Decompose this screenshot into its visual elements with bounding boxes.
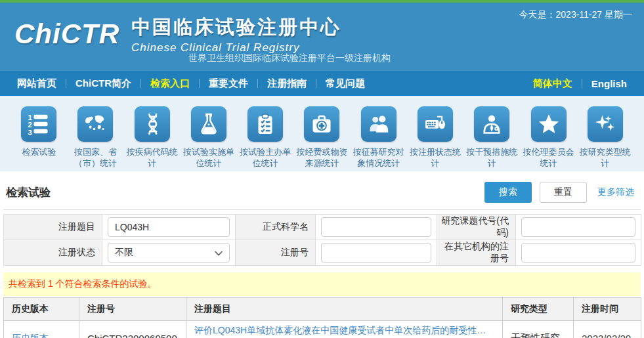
toolbar-item-by-ethics-committee[interactable]: 按伦理委员会统计 <box>520 106 576 171</box>
lang-simplified-chinese[interactable]: 简体中文 <box>524 77 582 90</box>
results-table: 历史版本 注册号 注册题目 研究类型 注册时间 历史版本 ChiCTR23000… <box>3 297 641 338</box>
svg-text:2: 2 <box>28 121 32 129</box>
results-header-row: 历史版本 注册号 注册题目 研究类型 注册时间 <box>4 298 641 321</box>
col-header-title: 注册题目 <box>186 298 503 321</box>
col-header-study-type: 研究类型 <box>503 298 574 321</box>
doctor-icon <box>474 106 509 142</box>
main-nav: 网站首页 ChiCTR简介 检索入口 重要文件 注册指南 常见问题 简体中文 E… <box>0 71 644 96</box>
col-header-reg-number: 注册号 <box>79 298 186 321</box>
chevron-down-icon <box>215 247 223 258</box>
flask-icon <box>191 106 226 142</box>
nav-item-home[interactable]: 网站首页 <box>8 77 66 90</box>
sci-name-label: 正式科学名 <box>236 215 316 240</box>
reg-status-selected-value: 不限 <box>115 247 133 259</box>
reg-status-select[interactable]: 不限 <box>108 243 230 263</box>
star-icon <box>531 106 567 142</box>
keyboard-mouse-icon <box>418 106 453 142</box>
site-header: 今天是：2023-11-27 星期一 ChiCTR 中国临床试验注册中心 Chi… <box>0 3 644 71</box>
toolbar-item-by-funding-source[interactable]: 按经费或物资来源统计 <box>293 106 350 171</box>
toolbar-item-by-country[interactable]: 按国家、省（市）统计 <box>67 106 123 171</box>
main-content: 检索试验 搜索 重置 更多筛选 注册题目 正式科学名 研究课题代号(代码) 注册… <box>0 171 644 338</box>
svg-text:3: 3 <box>28 129 32 137</box>
numbered-list-icon: 123 <box>21 106 56 142</box>
reg-status-label: 注册状态 <box>4 240 102 266</box>
reg-number-cell: ChiCTR2300069500 <box>79 321 186 338</box>
reg-title-label: 注册题目 <box>4 215 102 240</box>
col-header-history: 历史版本 <box>4 298 79 321</box>
nav-item-search-entry[interactable]: 检索入口 <box>141 77 199 90</box>
medkit-icon <box>304 106 339 142</box>
world-map-icon <box>77 106 113 142</box>
reset-button[interactable]: 重置 <box>540 182 587 203</box>
sci-name-input[interactable] <box>321 217 431 237</box>
current-date: 今天是：2023-11-27 星期一 <box>519 9 632 21</box>
svg-text:1: 1 <box>28 114 32 121</box>
nav-item-guide[interactable]: 注册指南 <box>258 77 316 90</box>
toolbar-item-by-implementing-unit[interactable]: 按试验实施单位统计 <box>181 106 237 171</box>
dna-icon <box>135 106 170 142</box>
study-code-label: 研究课题代号(代码) <box>437 215 516 240</box>
history-version-link[interactable]: 历史版本 <box>12 333 49 338</box>
page-title: 检索试验 <box>6 185 51 200</box>
reg-number-label: 注册号 <box>236 240 316 266</box>
toolbar-item-by-sponsor-unit[interactable]: 按试验主办单位统计 <box>237 106 293 171</box>
toolbar-item-search-trials[interactable]: 123 检索试验 <box>11 106 67 171</box>
study-type-cell: 干预性研究 <box>503 321 574 338</box>
result-count-message: 共检索到 1 个符合检索条件的试验。 <box>3 272 641 296</box>
reg-date-cell: 2023/03/20 <box>574 321 641 338</box>
trial-title-link[interactable]: 评价LQ043H单域抗体雾化液在中国健康受试者中单次给药后的耐受性、安全性、..… <box>194 325 494 337</box>
stats-toolbar: 123 检索试验 按国家、省（市）统计 按疾病代码统计 按试验实施单位统计 按试… <box>0 96 644 171</box>
search-button[interactable]: 搜索 <box>484 182 532 203</box>
nav-item-faq[interactable]: 常见问题 <box>316 77 374 90</box>
site-subtitle: 世界卫生组织国际临床试验注册平台一级注册机构 <box>188 53 391 64</box>
toolbar-item-by-intervention[interactable]: 按干预措施统计 <box>463 106 520 171</box>
other-reg-input[interactable] <box>521 243 635 263</box>
nav-item-documents[interactable]: 重要文件 <box>200 77 257 90</box>
site-title-cn: 中国临床试验注册中心 <box>131 14 341 41</box>
lang-english[interactable]: English <box>582 78 636 89</box>
toolbar-item-by-recruitment[interactable]: 按征募研究对象情况统计 <box>351 106 407 171</box>
divider <box>3 209 641 210</box>
toolbar-item-by-disease-code[interactable]: 按疾病代码统计 <box>124 106 181 171</box>
table-row: 历史版本 ChiCTR2300069500 评价LQ043H单域抗体雾化液在中国… <box>4 321 641 338</box>
clipboard-icon <box>247 106 283 142</box>
sparkles-icon <box>588 106 623 142</box>
reg-number-input[interactable] <box>321 243 431 263</box>
chictr-logo[interactable]: ChiCTR <box>14 13 119 55</box>
people-icon <box>361 106 397 142</box>
reg-title-input[interactable] <box>108 217 230 237</box>
toolbar-item-by-registration-status[interactable]: 按注册状态统计 <box>407 106 463 171</box>
nav-item-about[interactable]: ChiCTR简介 <box>66 77 140 90</box>
other-reg-label: 在其它机构的注册号 <box>437 240 516 266</box>
study-code-input[interactable] <box>521 217 635 237</box>
search-form: 注册题目 正式科学名 研究课题代号(代码) 注册状态 不限 注册号 在其它机构的… <box>3 214 641 266</box>
col-header-reg-date: 注册时间 <box>574 298 641 321</box>
more-filters-link[interactable]: 更多筛选 <box>597 186 634 198</box>
toolbar-item-by-study-type[interactable]: 按研究类型统计 <box>577 106 633 171</box>
